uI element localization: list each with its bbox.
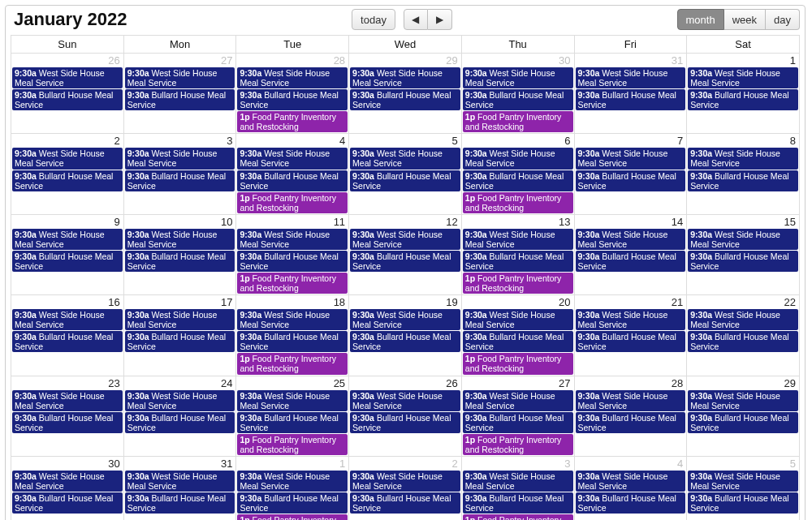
calendar-event[interactable]: 9:30a West Side House Meal Service (688, 309, 798, 330)
calendar-event[interactable]: 9:30a West Side House Meal Service (125, 471, 235, 492)
calendar-event[interactable]: 9:30a Bullard House Meal Service (576, 492, 686, 514)
day-cell[interactable]: 29:30a West Side House Meal Service9:30a… (11, 134, 124, 214)
calendar-event[interactable]: 9:30a West Side House Meal Service (237, 390, 348, 411)
day-cell[interactable]: 129:30a West Side House Meal Service9:30… (349, 214, 462, 294)
calendar-event[interactable]: 9:30a Bullard House Meal Service (350, 251, 460, 272)
calendar-event[interactable]: 9:30a West Side House Meal Service (12, 471, 123, 492)
day-cell[interactable]: 59:30a West Side House Meal Service9:30a… (687, 456, 800, 520)
calendar-event[interactable]: 1p Food Pantry Inventory and Restocking (237, 353, 348, 374)
calendar-event[interactable]: 9:30a West Side House Meal Service (576, 471, 686, 492)
calendar-event[interactable]: 9:30a West Side House Meal Service (463, 229, 573, 250)
day-cell[interactable]: 299:30a West Side House Meal Service9:30… (349, 54, 462, 134)
calendar-event[interactable]: 9:30a Bullard House Meal Service (688, 89, 798, 110)
calendar-event[interactable]: 1p Food Pantry Inventory and Restocking (237, 273, 348, 294)
calendar-event[interactable]: 1p Food Pantry Inventory and Restocking (463, 273, 573, 294)
calendar-event[interactable]: 9:30a Bullard House Meal Service (125, 170, 235, 191)
calendar-event[interactable]: 9:30a West Side House Meal Service (463, 148, 573, 169)
calendar-event[interactable]: 9:30a Bullard House Meal Service (237, 170, 348, 191)
calendar-event[interactable]: 9:30a West Side House Meal Service (350, 67, 460, 88)
calendar-event[interactable]: 9:30a Bullard House Meal Service (237, 89, 348, 110)
calendar-event[interactable]: 9:30a West Side House Meal Service (463, 390, 573, 411)
calendar-event[interactable]: 9:30a West Side House Meal Service (463, 471, 573, 492)
calendar-event[interactable]: 9:30a West Side House Meal Service (688, 390, 798, 411)
day-cell[interactable]: 199:30a West Side House Meal Service9:30… (349, 295, 462, 376)
calendar-event[interactable]: 9:30a Bullard House Meal Service (576, 170, 686, 191)
calendar-event[interactable]: 9:30a Bullard House Meal Service (125, 412, 235, 433)
day-cell[interactable]: 149:30a West Side House Meal Service9:30… (574, 214, 687, 294)
day-cell[interactable]: 29:30a West Side House Meal Service9:30a… (349, 456, 462, 520)
calendar-event[interactable]: 9:30a Bullard House Meal Service (576, 331, 686, 352)
view-week-button[interactable]: week (724, 9, 766, 30)
calendar-event[interactable]: 9:30a West Side House Meal Service (688, 471, 798, 492)
day-cell[interactable]: 319:30a West Side House Meal Service9:30… (574, 54, 687, 134)
calendar-event[interactable]: 9:30a Bullard House Meal Service (12, 331, 123, 352)
day-cell[interactable]: 169:30a West Side House Meal Service9:30… (11, 295, 124, 376)
calendar-event[interactable]: 9:30a Bullard House Meal Service (463, 170, 573, 191)
calendar-event[interactable]: 9:30a Bullard House Meal Service (463, 492, 573, 514)
calendar-event[interactable]: 9:30a West Side House Meal Service (125, 229, 235, 250)
calendar-event[interactable]: 1p Food Pantry Inventory and Restocking (463, 111, 573, 132)
calendar-event[interactable]: 9:30a West Side House Meal Service (12, 148, 123, 169)
calendar-event[interactable]: 9:30a West Side House Meal Service (350, 390, 460, 411)
day-cell[interactable]: 219:30a West Side House Meal Service9:30… (574, 295, 687, 376)
calendar-event[interactable]: 9:30a Bullard House Meal Service (350, 170, 460, 191)
calendar-event[interactable]: 9:30a Bullard House Meal Service (463, 251, 573, 272)
calendar-event[interactable]: 9:30a Bullard House Meal Service (125, 492, 235, 514)
calendar-event[interactable]: 9:30a Bullard House Meal Service (463, 331, 573, 352)
day-cell[interactable]: 39:30a West Side House Meal Service9:30a… (461, 456, 574, 520)
day-cell[interactable]: 269:30a West Side House Meal Service9:30… (349, 376, 462, 456)
day-cell[interactable]: 279:30a West Side House Meal Service9:30… (123, 54, 236, 134)
calendar-event[interactable]: 9:30a West Side House Meal Service (350, 229, 460, 250)
day-cell[interactable]: 279:30a West Side House Meal Service9:30… (461, 376, 574, 456)
calendar-event[interactable]: 1p Food Pantry Inventory and Restocking (463, 192, 573, 213)
day-cell[interactable]: 319:30a West Side House Meal Service9:30… (123, 456, 236, 520)
day-cell[interactable]: 309:30a West Side House Meal Service9:30… (11, 456, 124, 520)
day-cell[interactable]: 309:30a West Side House Meal Service9:30… (461, 54, 574, 134)
calendar-event[interactable]: 9:30a West Side House Meal Service (125, 148, 235, 169)
day-cell[interactable]: 249:30a West Side House Meal Service9:30… (123, 376, 236, 456)
day-cell[interactable]: 69:30a West Side House Meal Service9:30a… (461, 134, 574, 214)
day-cell[interactable]: 89:30a West Side House Meal Service9:30a… (687, 134, 800, 214)
calendar-event[interactable]: 9:30a Bullard House Meal Service (463, 412, 573, 433)
calendar-event[interactable]: 9:30a West Side House Meal Service (463, 67, 573, 88)
calendar-event[interactable]: 9:30a West Side House Meal Service (350, 471, 460, 492)
calendar-event[interactable]: 9:30a West Side House Meal Service (12, 229, 123, 250)
day-cell[interactable]: 59:30a West Side House Meal Service9:30a… (349, 134, 462, 214)
calendar-event[interactable]: 9:30a Bullard House Meal Service (463, 89, 573, 110)
day-cell[interactable]: 179:30a West Side House Meal Service9:30… (123, 295, 236, 376)
calendar-event[interactable]: 9:30a Bullard House Meal Service (350, 331, 460, 352)
day-cell[interactable]: 289:30a West Side House Meal Service9:30… (236, 54, 349, 134)
day-cell[interactable]: 239:30a West Side House Meal Service9:30… (11, 376, 124, 456)
day-cell[interactable]: 109:30a West Side House Meal Service9:30… (123, 214, 236, 294)
calendar-event[interactable]: 1p Food Pantry Inventory and Restocking (463, 434, 573, 455)
calendar-event[interactable]: 9:30a Bullard House Meal Service (237, 492, 348, 514)
calendar-event[interactable]: 9:30a West Side House Meal Service (125, 67, 235, 88)
calendar-event[interactable]: 9:30a Bullard House Meal Service (12, 89, 123, 110)
day-cell[interactable]: 189:30a West Side House Meal Service9:30… (236, 295, 349, 376)
calendar-event[interactable]: 9:30a Bullard House Meal Service (237, 412, 348, 433)
calendar-event[interactable]: 9:30a West Side House Meal Service (576, 229, 686, 250)
calendar-event[interactable]: 9:30a West Side House Meal Service (12, 309, 123, 330)
calendar-event[interactable]: 9:30a West Side House Meal Service (576, 309, 686, 330)
calendar-event[interactable]: 9:30a West Side House Meal Service (12, 390, 123, 411)
day-cell[interactable]: 19:30a West Side House Meal Service9:30a… (236, 456, 349, 520)
view-month-button[interactable]: month (677, 9, 724, 30)
calendar-event[interactable]: 9:30a Bullard House Meal Service (688, 251, 798, 272)
day-cell[interactable]: 259:30a West Side House Meal Service9:30… (236, 376, 349, 456)
calendar-event[interactable]: 9:30a Bullard House Meal Service (576, 89, 686, 110)
calendar-event[interactable]: 9:30a Bullard House Meal Service (12, 412, 123, 433)
day-cell[interactable]: 209:30a West Side House Meal Service9:30… (461, 295, 574, 376)
day-cell[interactable]: 289:30a West Side House Meal Service9:30… (574, 376, 687, 456)
calendar-event[interactable]: 9:30a Bullard House Meal Service (12, 251, 123, 272)
calendar-event[interactable]: 9:30a West Side House Meal Service (237, 309, 348, 330)
day-cell[interactable]: 299:30a West Side House Meal Service9:30… (687, 376, 800, 456)
calendar-event[interactable]: 9:30a West Side House Meal Service (688, 229, 798, 250)
day-cell[interactable]: 79:30a West Side House Meal Service9:30a… (574, 134, 687, 214)
calendar-event[interactable]: 9:30a West Side House Meal Service (237, 471, 348, 492)
calendar-event[interactable]: 9:30a Bullard House Meal Service (125, 251, 235, 272)
day-cell[interactable]: 119:30a West Side House Meal Service9:30… (236, 214, 349, 294)
calendar-event[interactable]: 9:30a West Side House Meal Service (237, 67, 348, 88)
calendar-event[interactable]: 9:30a Bullard House Meal Service (350, 412, 460, 433)
calendar-event[interactable]: 9:30a Bullard House Meal Service (576, 412, 686, 433)
calendar-event[interactable]: 1p Food Pantry Inventory and Restocking (237, 514, 348, 520)
